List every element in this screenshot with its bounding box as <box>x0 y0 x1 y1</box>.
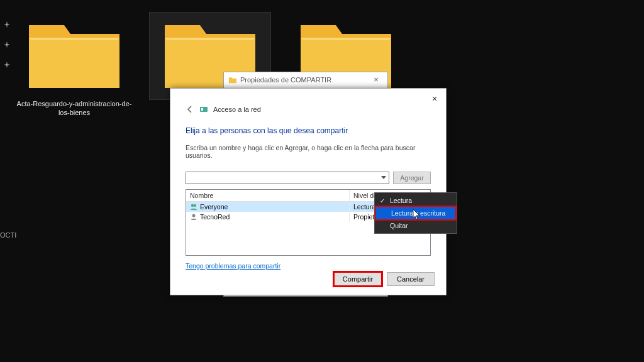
menu-item-highlight: Lectura y escritura <box>376 207 455 219</box>
svg-point-4 <box>192 214 196 217</box>
svg-point-3 <box>194 204 196 207</box>
pin-strip <box>4 19 10 79</box>
svg-rect-1 <box>201 108 203 111</box>
dialog-subtext: Escriba un nombre y haga clic en Agregar… <box>186 144 431 159</box>
user-name: TecnoRed <box>200 213 230 221</box>
network-icon <box>199 105 208 114</box>
folder-icon <box>24 13 125 96</box>
user-combobox[interactable] <box>186 172 389 184</box>
close-icon[interactable]: × <box>428 92 441 105</box>
cancel-button[interactable]: Cancelar <box>387 272 435 286</box>
folder-label: Acta-Resguardo-y-administracion-de-los-b… <box>14 99 135 118</box>
user-icon <box>190 213 197 221</box>
user-name: Everyone <box>200 203 228 211</box>
pin-icon <box>4 59 10 65</box>
properties-titlebar[interactable]: Propiedades de COMPARTIR × <box>224 72 387 87</box>
back-arrow-icon[interactable] <box>186 105 194 114</box>
close-icon[interactable]: × <box>370 75 382 84</box>
folder-item[interactable]: Acta-Resguardo-y-administracion-de-los-b… <box>14 13 135 118</box>
permission-context-menu: LecturaLectura y escrituraQuitar <box>374 192 457 234</box>
desktop-background: OCTI Acta-Resguardo-y-administracion-de-… <box>0 0 644 362</box>
menu-item[interactable]: Lectura <box>375 194 457 207</box>
menu-item[interactable]: Quitar <box>375 219 457 232</box>
column-header-name[interactable]: Nombre <box>186 190 350 201</box>
share-button[interactable]: Compartir <box>334 272 382 286</box>
pin-icon <box>4 19 10 25</box>
sidebar-label: OCTI <box>0 231 16 239</box>
svg-point-2 <box>191 204 194 207</box>
menu-item[interactable]: Lectura y escritura <box>376 207 455 219</box>
share-dialog: × Acceso a la red Elija a las personas c… <box>170 88 447 295</box>
dialog-header: Acceso a la red <box>170 89 446 114</box>
group-icon <box>190 203 197 211</box>
svg-rect-0 <box>200 107 208 112</box>
add-button[interactable]: Agregar <box>393 172 431 184</box>
dialog-heading: Elija a las personas con las que desea c… <box>186 126 431 135</box>
properties-title-text: Propiedades de COMPARTIR <box>240 76 331 84</box>
help-link[interactable]: Tengo problemas para compartir <box>186 262 431 270</box>
dialog-breadcrumb: Acceso a la red <box>213 106 261 113</box>
folder-icon <box>229 76 236 84</box>
pin-icon <box>4 39 10 45</box>
